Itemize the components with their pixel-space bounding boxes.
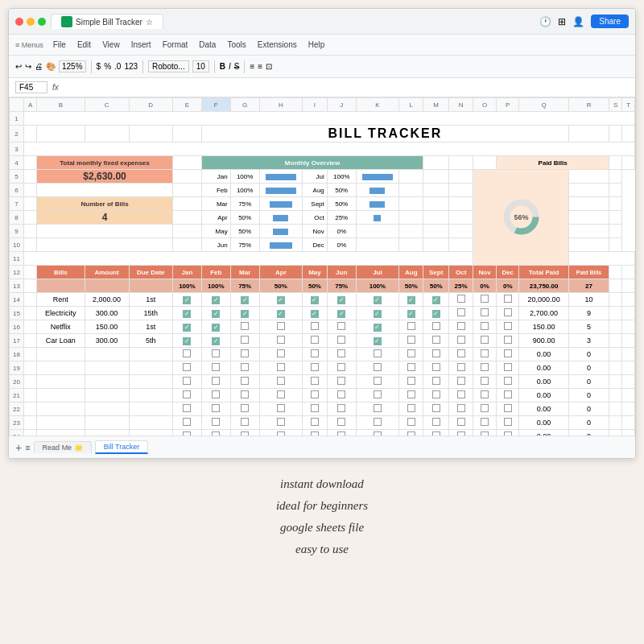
checkbox-checked[interactable]: ✓ — [337, 296, 345, 304]
checkbox-unchecked[interactable] — [311, 377, 319, 385]
checkbox-unchecked[interactable] — [457, 363, 465, 371]
cb-rent-jul[interactable]: ✓ — [356, 293, 399, 307]
checkbox-unchecked[interactable] — [407, 418, 415, 426]
zoom-level[interactable]: 125% — [59, 60, 86, 72]
checkbox-checked[interactable]: ✓ — [337, 310, 345, 318]
checkbox-checked[interactable]: ✓ — [183, 337, 191, 345]
cb-rent-dec[interactable] — [497, 293, 519, 307]
checkbox-unchecked[interactable] — [241, 349, 249, 357]
checkbox-unchecked[interactable] — [311, 363, 319, 371]
checkbox-unchecked[interactable] — [504, 308, 512, 316]
col-p[interactable]: P — [497, 98, 519, 112]
cb-elec-may[interactable]: ✓ — [303, 307, 328, 320]
cb-car-aug[interactable] — [399, 334, 423, 348]
checkbox-checked[interactable]: ✓ — [212, 296, 220, 304]
checkbox-unchecked[interactable] — [504, 431, 512, 436]
cb-elec-mar[interactable]: ✓ — [230, 307, 259, 320]
checkbox-unchecked[interactable] — [457, 404, 465, 412]
checkbox-unchecked[interactable] — [311, 418, 319, 426]
checkbox-checked[interactable]: ✓ — [241, 310, 249, 318]
checkbox-unchecked[interactable] — [407, 336, 415, 344]
checkbox-unchecked[interactable] — [457, 431, 465, 436]
checkbox-unchecked[interactable] — [432, 363, 440, 371]
checkbox-unchecked[interactable] — [407, 431, 415, 436]
checkbox-unchecked[interactable] — [481, 336, 489, 344]
checkbox-checked[interactable]: ✓ — [277, 296, 285, 304]
checkbox-unchecked[interactable] — [481, 431, 489, 436]
checkbox-checked[interactable]: ✓ — [183, 310, 191, 318]
checkbox-unchecked[interactable] — [504, 336, 512, 344]
cb-rent-oct[interactable] — [449, 293, 473, 307]
cb-elec-nov[interactable] — [473, 307, 497, 320]
cb-elec-feb[interactable]: ✓ — [201, 307, 230, 320]
col-f[interactable]: F — [201, 98, 230, 112]
checkbox-unchecked[interactable] — [374, 349, 382, 357]
decimal-icon[interactable]: .0 — [114, 62, 121, 71]
checkbox-unchecked[interactable] — [432, 322, 440, 330]
checkbox-unchecked[interactable] — [311, 390, 319, 398]
cb-elec-dec[interactable] — [497, 307, 519, 320]
menu-insert[interactable]: Insert — [126, 39, 156, 51]
cb-car-oct[interactable] — [449, 334, 473, 348]
checkbox-unchecked[interactable] — [374, 363, 382, 371]
cb-elec-sept[interactable]: ✓ — [423, 307, 449, 320]
cb-car-dec[interactable] — [497, 334, 519, 348]
tab-bill-tracker[interactable]: Bill Tracker — [95, 440, 149, 454]
checkbox-unchecked[interactable] — [337, 322, 345, 330]
checkbox-checked[interactable]: ✓ — [432, 310, 440, 318]
checkbox-unchecked[interactable] — [481, 418, 489, 426]
checkbox-unchecked[interactable] — [481, 404, 489, 412]
cb-car-may[interactable] — [303, 334, 328, 348]
col-h[interactable]: H — [259, 98, 303, 112]
checkbox-unchecked[interactable] — [183, 363, 191, 371]
cb-netflix-nov[interactable] — [473, 320, 497, 334]
checkbox-unchecked[interactable] — [311, 404, 319, 412]
checkbox-unchecked[interactable] — [337, 336, 345, 344]
add-sheet-button[interactable]: + — [15, 441, 22, 454]
checkbox-unchecked[interactable] — [457, 418, 465, 426]
checkbox-unchecked[interactable] — [504, 404, 512, 412]
checkbox-unchecked[interactable] — [311, 322, 319, 330]
menu-file[interactable]: File — [48, 39, 71, 51]
cb-netflix-sept[interactable] — [423, 320, 449, 334]
undo-icon[interactable]: ↩ — [15, 62, 22, 71]
checkbox-unchecked[interactable] — [277, 431, 285, 436]
menu-edit[interactable]: Edit — [72, 39, 96, 51]
print-icon[interactable]: 🖨 — [35, 62, 43, 71]
checkbox-unchecked[interactable] — [241, 363, 249, 371]
col-i[interactable]: I — [303, 98, 328, 112]
cb-car-mar[interactable] — [230, 334, 259, 348]
checkbox-unchecked[interactable] — [311, 349, 319, 357]
cb-car-jun[interactable] — [327, 334, 356, 348]
checkbox-unchecked[interactable] — [432, 431, 440, 436]
checkbox-unchecked[interactable] — [481, 390, 489, 398]
merge-icon[interactable]: ⊡ — [266, 62, 272, 71]
checkbox-checked[interactable]: ✓ — [374, 296, 382, 304]
checkbox-checked[interactable]: ✓ — [374, 310, 382, 318]
cb-netflix-jul[interactable]: ✓ — [356, 320, 399, 334]
font-selector[interactable]: Roboto... — [148, 60, 189, 72]
checkbox-unchecked[interactable] — [212, 377, 220, 385]
checkbox-unchecked[interactable] — [183, 377, 191, 385]
checkbox-unchecked[interactable] — [183, 349, 191, 357]
col-l[interactable]: L — [399, 98, 423, 112]
grid-icon[interactable]: ⊞ — [558, 16, 566, 27]
checkbox-unchecked[interactable] — [337, 349, 345, 357]
col-d[interactable]: D — [129, 98, 172, 112]
checkbox-checked[interactable]: ✓ — [311, 296, 319, 304]
tab-read-me[interactable]: Read Me 🌟 — [34, 441, 92, 453]
cb-rent-aug[interactable]: ✓ — [399, 293, 423, 307]
cb-car-nov[interactable] — [473, 334, 497, 348]
cb-netflix-jan[interactable]: ✓ — [172, 320, 201, 334]
checkbox-unchecked[interactable] — [212, 363, 220, 371]
checkbox-unchecked[interactable] — [337, 363, 345, 371]
align-center-icon[interactable]: ≡ — [258, 62, 262, 71]
col-s[interactable]: S — [609, 98, 622, 112]
checkbox-checked[interactable]: ✓ — [277, 310, 285, 318]
cb-netflix-oct[interactable] — [449, 320, 473, 334]
cb-rent-jan[interactable]: ✓ — [172, 293, 201, 307]
checkbox-unchecked[interactable] — [374, 377, 382, 385]
checkbox-unchecked[interactable] — [432, 390, 440, 398]
checkbox-unchecked[interactable] — [183, 404, 191, 412]
checkbox-unchecked[interactable] — [481, 308, 489, 316]
